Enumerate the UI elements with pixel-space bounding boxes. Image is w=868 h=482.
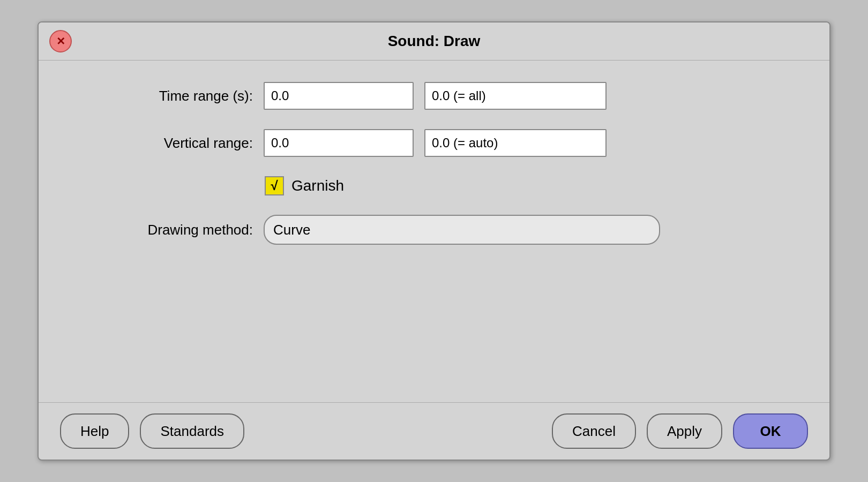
vertical-range-row: Vertical range:: [71, 129, 797, 157]
close-icon: ✕: [56, 35, 65, 48]
standards-button[interactable]: Standards: [140, 413, 244, 449]
dialog: ✕ Sound: Draw Time range (s): Vertical r…: [38, 21, 830, 461]
vertical-range-start-input[interactable]: [264, 129, 414, 157]
time-range-start-input[interactable]: [264, 82, 414, 110]
dialog-title: Sound: Draw: [388, 33, 481, 50]
garnish-checkbox[interactable]: √: [265, 176, 284, 195]
close-button[interactable]: ✕: [49, 30, 72, 52]
help-button[interactable]: Help: [60, 413, 129, 449]
vertical-range-end-input[interactable]: [424, 129, 607, 157]
form-content: Time range (s): Vertical range: √ Garnis…: [39, 61, 829, 402]
drawing-method-row: Drawing method: Curve: [71, 215, 797, 245]
footer-right: Cancel Apply OK: [552, 413, 808, 449]
garnish-row: √ Garnish: [265, 176, 797, 195]
time-range-end-input[interactable]: [424, 82, 607, 110]
apply-button[interactable]: Apply: [647, 413, 722, 449]
vertical-range-label: Vertical range:: [71, 135, 253, 152]
time-range-row: Time range (s):: [71, 82, 797, 110]
drawing-method-value: Curve: [273, 222, 310, 238]
checkmark-icon: √: [271, 178, 278, 193]
title-bar: ✕ Sound: Draw: [39, 22, 829, 61]
footer: Help Standards Cancel Apply OK: [39, 402, 829, 460]
cancel-button[interactable]: Cancel: [552, 413, 636, 449]
garnish-label: Garnish: [291, 177, 344, 194]
ok-button[interactable]: OK: [733, 413, 808, 449]
drawing-method-dropdown[interactable]: Curve: [264, 215, 660, 245]
footer-left: Help Standards: [60, 413, 541, 449]
drawing-method-label: Drawing method:: [71, 222, 253, 238]
time-range-label: Time range (s):: [71, 88, 253, 104]
